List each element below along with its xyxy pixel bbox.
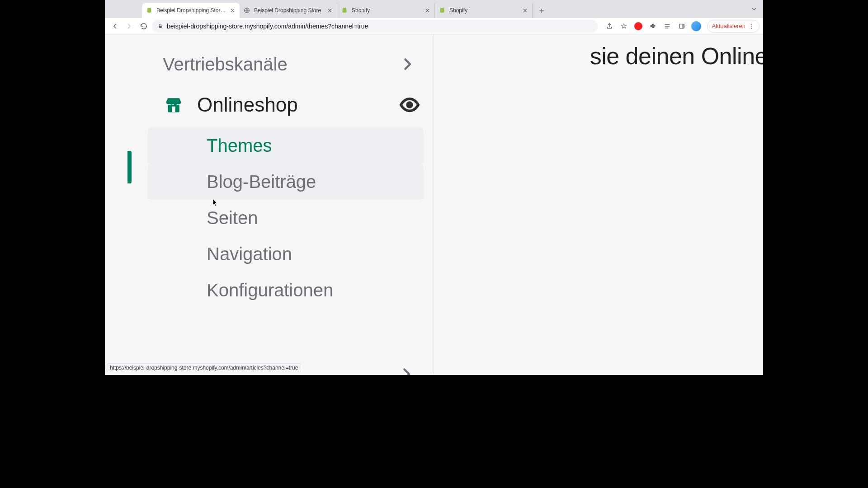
sidebar-item-label: Konfigurationen: [207, 280, 333, 300]
sidebar-submenu: Themes Blog-Beiträge Seiten Navigation K…: [138, 126, 434, 308]
shopify-favicon-icon: [341, 7, 348, 14]
sidebar-item-pages[interactable]: Seiten: [148, 200, 424, 236]
sidebar-item-label: Seiten: [207, 208, 258, 228]
nav-back-icon[interactable]: [108, 20, 121, 33]
sidebar-item-preferences[interactable]: Konfigurationen: [148, 272, 424, 308]
close-tab-icon[interactable]: ✕: [521, 7, 528, 14]
browser-window: Beispiel Dropshipping Store · T ✕ Beispi…: [105, 0, 763, 375]
sidebar-item-themes[interactable]: Themes: [148, 127, 424, 164]
page-content: Vertriebskanäle Onlineshop: [105, 34, 763, 375]
shopify-favicon-icon: [146, 7, 153, 14]
sidebar-item-label: Navigation: [207, 244, 292, 264]
preview-eye-icon[interactable]: [399, 94, 420, 115]
tab-title: Beispiel Dropshipping Store · T: [156, 7, 229, 14]
sidebar-item-label: Themes: [207, 136, 272, 156]
gutter: [105, 34, 138, 375]
profile-avatar[interactable]: [690, 20, 703, 33]
new-tab-button[interactable]: ＋: [535, 4, 548, 17]
svg-point-6: [406, 101, 413, 108]
active-indicator: [127, 151, 132, 183]
admin-sidebar: Vertriebskanäle Onlineshop: [138, 34, 434, 375]
tab-title: Shopify: [352, 7, 424, 14]
extensions-icon[interactable]: [646, 20, 659, 33]
close-tab-icon[interactable]: ✕: [326, 7, 333, 14]
browser-tabstrip: Beispiel Dropshipping Store · T ✕ Beispi…: [105, 0, 763, 18]
store-icon: [163, 94, 184, 116]
tabs-dropdown-icon[interactable]: [750, 5, 758, 13]
sidebar-item-blog[interactable]: Blog-Beiträge: [148, 164, 424, 200]
browser-toolbar: Aktualisieren ⋮: [599, 20, 760, 33]
main-heading-fragment: sie deinen Online: [590, 42, 763, 70]
sidebar-item-label: Blog-Beiträge: [207, 172, 316, 192]
update-browser-button[interactable]: Aktualisieren ⋮: [707, 20, 760, 33]
main-panel: sie deinen Online: [434, 34, 763, 375]
globe-favicon-icon: [243, 7, 250, 14]
svg-rect-5: [172, 107, 175, 113]
section-label: Vertriebskanäle: [163, 54, 399, 75]
tab-title: Beispiel Dropshipping Store: [254, 7, 326, 14]
chevron-right-icon: [398, 366, 415, 375]
sidepanel-icon[interactable]: [675, 20, 688, 33]
extension-opera-icon[interactable]: [632, 20, 645, 33]
browser-tab-2[interactable]: Shopify ✕: [337, 3, 435, 18]
close-tab-icon[interactable]: ✕: [424, 7, 431, 14]
browser-tab-0[interactable]: Beispiel Dropshipping Store · T ✕: [142, 3, 240, 18]
share-icon[interactable]: [603, 20, 616, 33]
url-input[interactable]: beispiel-dropshipping-store.myshopify.co…: [152, 20, 598, 33]
chevron-right-icon: [399, 56, 415, 72]
sales-channels-header[interactable]: Vertriebskanäle: [138, 44, 434, 84]
sidebar-channel-onlineshop[interactable]: Onlineshop: [138, 84, 434, 126]
url-text: beispiel-dropshipping-store.myshopify.co…: [167, 23, 592, 30]
svg-rect-3: [682, 24, 684, 28]
close-tab-icon[interactable]: ✕: [229, 7, 236, 14]
bookmark-icon[interactable]: [618, 20, 630, 33]
reload-icon[interactable]: [137, 20, 150, 33]
sidebar-item-navigation[interactable]: Navigation: [148, 236, 424, 272]
browser-tab-3[interactable]: Shopify ✕: [435, 3, 533, 18]
browser-tab-1[interactable]: Beispiel Dropshipping Store ✕: [240, 3, 337, 18]
channel-label: Onlineshop: [197, 94, 399, 116]
shopify-favicon-icon: [439, 7, 446, 14]
svg-rect-1: [159, 26, 162, 28]
lock-icon: [157, 23, 163, 29]
update-label: Aktualisieren: [712, 23, 745, 29]
kebab-icon: ⋮: [748, 23, 755, 29]
status-bar: https://beispiel-dropshipping-store.mysh…: [107, 363, 301, 372]
nav-forward-icon[interactable]: [123, 20, 136, 33]
tab-title: Shopify: [449, 7, 521, 14]
browser-addressbar: beispiel-dropshipping-store.myshopify.co…: [105, 18, 763, 34]
reading-list-icon[interactable]: [661, 20, 674, 33]
